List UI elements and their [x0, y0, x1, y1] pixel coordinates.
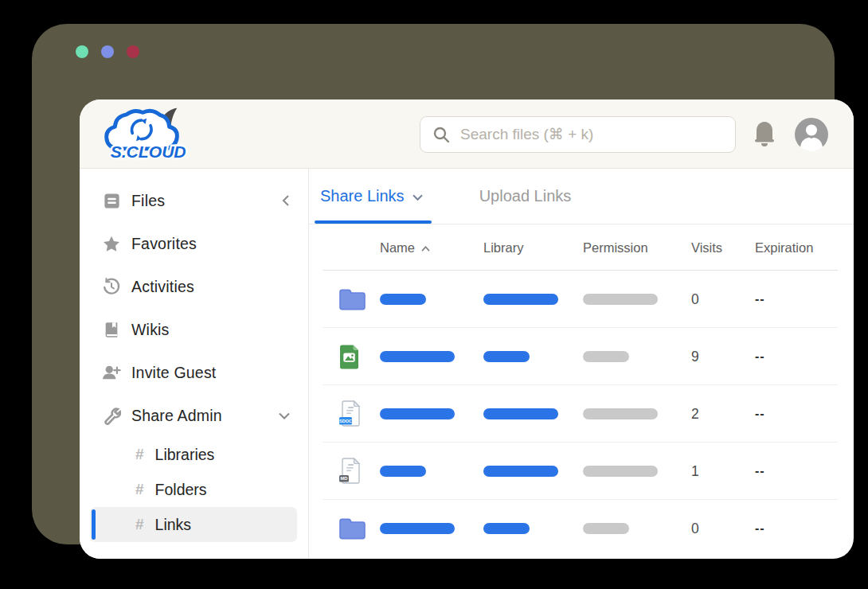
- svg-text:SDOC: SDOC: [339, 419, 352, 423]
- wrench-icon: [102, 406, 121, 425]
- hash-icon: #: [135, 446, 144, 463]
- visits-count: 9: [691, 349, 755, 365]
- table-row[interactable]: MD1--: [309, 443, 854, 500]
- tab-label: Upload Links: [479, 187, 572, 205]
- column-header-visits[interactable]: Visits: [691, 240, 755, 255]
- name-link-bar[interactable]: [380, 294, 426, 305]
- name-link-bar[interactable]: [380, 466, 426, 477]
- traffic-light-blue[interactable]: [101, 45, 114, 58]
- sidebar-item-wikis[interactable]: Wikis: [80, 308, 308, 351]
- sidebar-item-label: Activities: [131, 278, 291, 296]
- expiration-value: --: [755, 407, 838, 421]
- share-links-table: 0--9--SDOC2--MD1--0--: [309, 271, 854, 557]
- library-link-bar: [483, 523, 530, 534]
- traffic-light-red[interactable]: [127, 45, 139, 58]
- files-icon: [102, 191, 121, 210]
- tab-share-links[interactable]: Share Links: [320, 169, 424, 224]
- column-header-name[interactable]: Name: [380, 240, 483, 255]
- star-icon: [102, 234, 121, 253]
- name-link-bar[interactable]: [380, 523, 455, 534]
- column-header-label: Library: [483, 240, 523, 255]
- main-panel: Share LinksUpload Links NameLibraryPermi…: [309, 169, 854, 559]
- library-link-bar: [483, 408, 558, 419]
- sidebar-item-share-admin[interactable]: Share Admin: [80, 394, 308, 437]
- sidebar-item-label: Invite Guest: [131, 364, 291, 382]
- invite-guest-icon: [102, 363, 121, 382]
- visits-count: 0: [691, 291, 755, 308]
- folder-icon: [338, 285, 367, 314]
- visits-count: 2: [691, 406, 755, 423]
- chevron-down-icon[interactable]: [278, 412, 291, 420]
- sidebar-item-label: Files: [131, 192, 281, 210]
- expiration-value: --: [755, 349, 838, 364]
- traffic-lights: [76, 45, 139, 58]
- permission-bar: [583, 466, 658, 477]
- table-row[interactable]: 9--: [309, 328, 854, 385]
- search-bar[interactable]: [420, 116, 736, 153]
- scloud-logo: S.CLOUD: [99, 106, 202, 166]
- column-header-label: Visits: [691, 240, 722, 255]
- sidebar-subitem-links[interactable]: #Links: [90, 507, 297, 542]
- image-file-icon: [338, 342, 367, 371]
- visits-count: 1: [691, 463, 755, 480]
- column-header-label: Permission: [583, 240, 648, 255]
- folder-icon: [338, 514, 367, 543]
- library-link-bar: [483, 466, 558, 477]
- tab-bar: Share LinksUpload Links: [309, 169, 854, 224]
- sidebar-item-invite-guest[interactable]: Invite Guest: [80, 351, 308, 394]
- column-header-expiration[interactable]: Expiration: [755, 240, 838, 255]
- table-row[interactable]: 0--: [309, 271, 854, 328]
- column-header-permission[interactable]: Permission: [583, 240, 691, 255]
- library-link-bar: [483, 351, 530, 362]
- sidebar-item-activities[interactable]: Activities: [80, 265, 308, 308]
- wiki-icon: [102, 320, 121, 339]
- sidebar-item-label: Favorites: [131, 235, 291, 253]
- search-icon: [432, 125, 451, 144]
- name-link-bar[interactable]: [380, 408, 455, 419]
- tab-label: Share Links: [320, 187, 405, 205]
- table-header: NameLibraryPermissionVisitsExpiration: [309, 224, 854, 271]
- avatar[interactable]: [794, 117, 829, 152]
- tab-upload-links[interactable]: Upload Links: [479, 169, 572, 224]
- sidebar-item-label: Share Admin: [131, 407, 278, 425]
- history-icon: [102, 277, 121, 296]
- traffic-light-green[interactable]: [76, 45, 88, 58]
- expiration-value: --: [755, 464, 838, 478]
- expiration-value: --: [755, 521, 838, 536]
- hash-icon: #: [135, 516, 144, 533]
- sidebar-item-favorites[interactable]: Favorites: [80, 222, 308, 265]
- collapse-chevron-icon[interactable]: [281, 193, 291, 208]
- svg-text:MD: MD: [340, 476, 347, 481]
- sidebar-subitem-libraries[interactable]: #Libraries: [80, 437, 297, 472]
- svg-text:S.CLOUD: S.CLOUD: [111, 142, 186, 161]
- sdoc-file-icon: SDOC: [338, 400, 367, 428]
- permission-bar: [583, 294, 658, 305]
- sidebar-subitem-label: Folders: [155, 481, 207, 499]
- column-header-label: Name: [380, 240, 415, 255]
- expiration-value: --: [755, 292, 838, 306]
- chevron-down-icon: [412, 193, 424, 201]
- visits-count: 0: [691, 521, 755, 537]
- search-input[interactable]: [460, 126, 724, 143]
- sidebar-item-label: Wikis: [131, 321, 291, 339]
- app-window: S.CLOUD: [80, 99, 854, 559]
- sidebar-subitem-folders[interactable]: #Folders: [80, 472, 297, 507]
- hash-icon: #: [135, 481, 144, 498]
- name-link-bar[interactable]: [380, 351, 455, 362]
- permission-bar: [583, 408, 658, 419]
- table-row[interactable]: 0--: [309, 500, 854, 557]
- sidebar-subitem-label: Libraries: [155, 446, 215, 464]
- sort-asc-icon: [420, 240, 431, 255]
- sidebar-subitem-label: Links: [155, 516, 192, 534]
- permission-bar: [583, 523, 629, 534]
- bell-icon[interactable]: [753, 119, 776, 150]
- md-file-icon: MD: [338, 457, 367, 486]
- active-item-indicator: [92, 509, 96, 540]
- sidebar-item-files[interactable]: Files: [80, 179, 308, 222]
- column-header-library[interactable]: Library: [483, 240, 583, 255]
- window-frame: S.CLOUD: [32, 24, 835, 544]
- column-header-label: Expiration: [755, 240, 813, 255]
- app-header: S.CLOUD: [80, 99, 854, 169]
- sidebar: FilesFavoritesActivitiesWikisInvite Gues…: [80, 169, 309, 559]
- table-row[interactable]: SDOC2--: [309, 385, 854, 443]
